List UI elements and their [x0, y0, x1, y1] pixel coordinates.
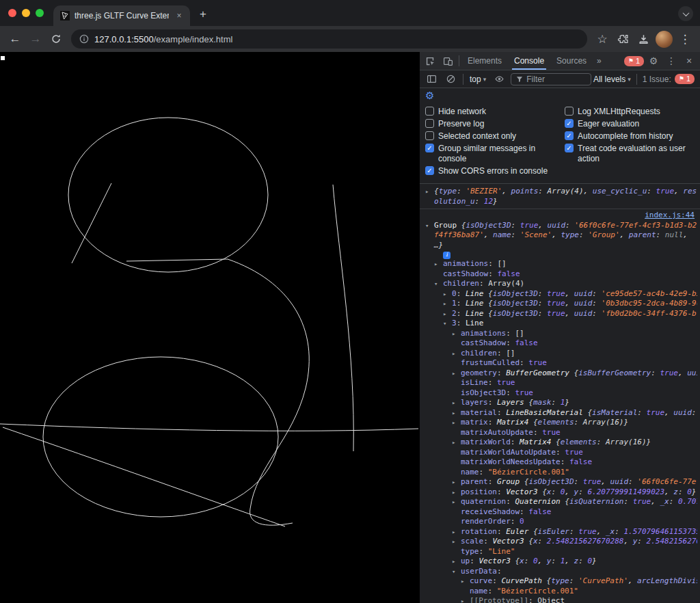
- expander-icon[interactable]: ▸: [452, 329, 461, 339]
- minimize-window-button[interactable]: [22, 9, 30, 17]
- checkbox-checked-icon[interactable]: ✓: [425, 166, 434, 175]
- tab-elements[interactable]: Elements: [461, 52, 508, 70]
- checkbox-checked-icon[interactable]: ✓: [565, 119, 574, 128]
- expander-icon[interactable]: ▾: [452, 567, 461, 577]
- expander-icon[interactable]: ▸: [452, 527, 461, 537]
- console-token: Line: [466, 299, 488, 308]
- expander-icon[interactable]: ▸: [425, 187, 434, 206]
- expander-icon[interactable]: ▸: [461, 596, 470, 603]
- console-token: Group: [434, 221, 461, 230]
- expander-icon[interactable]: ▸: [452, 349, 461, 359]
- expander-icon[interactable]: ▸: [443, 299, 452, 309]
- tab-search-button[interactable]: [678, 6, 693, 21]
- clear-console-button[interactable]: [442, 70, 459, 88]
- fullscreen-window-button[interactable]: [36, 9, 44, 17]
- devtools-menu-button[interactable]: ⋮: [663, 53, 679, 69]
- issues-badge[interactable]: ⚑1: [624, 56, 644, 66]
- console-token: :: [538, 187, 547, 196]
- site-info-icon[interactable]: [79, 34, 89, 44]
- console-token: ,: [601, 477, 610, 486]
- console-token: matrixAutoUpdate: [461, 428, 533, 437]
- console-issues-badge[interactable]: ⚑1: [675, 74, 695, 84]
- console-line: name: "BézierCircle.001": [461, 587, 697, 597]
- expander-icon[interactable]: ▸: [452, 408, 461, 418]
- checkbox-unchecked-icon[interactable]: [425, 119, 434, 128]
- expander-icon[interactable]: ▾: [443, 319, 452, 329]
- console-sidebar-toggle-button[interactable]: [422, 70, 440, 88]
- expander-icon[interactable]: ▸: [461, 576, 470, 587]
- javascript-context-selector[interactable]: top ▾: [467, 75, 489, 84]
- inspect-element-button[interactable]: [421, 52, 439, 70]
- bookmark-star-button[interactable]: ☆: [593, 29, 612, 49]
- tab-console[interactable]: Console: [508, 52, 550, 70]
- downloads-button[interactable]: [634, 29, 653, 49]
- console-token: true: [520, 221, 539, 230]
- expander-icon[interactable]: ▸: [443, 309, 452, 319]
- expander-icon[interactable]: ▸: [452, 418, 461, 428]
- console-settings-gear-icon[interactable]: ⚙: [425, 90, 434, 102]
- devtools-settings-button[interactable]: ⚙: [645, 53, 662, 69]
- console-setting-checkbox[interactable]: Selected context only: [425, 131, 565, 142]
- expander-icon[interactable]: ▸: [452, 557, 461, 567]
- info-icon[interactable]: i: [443, 252, 450, 259]
- checkbox-unchecked-icon[interactable]: [425, 131, 434, 140]
- expander-icon[interactable]: ▸: [452, 477, 461, 487]
- console-setting-checkbox[interactable]: ✓Treat code evaluation as user action: [565, 144, 695, 164]
- console-setting-checkbox[interactable]: ✓Eager evaluation: [565, 119, 695, 129]
- console-setting-checkbox[interactable]: ✓Show CORS errors in console: [425, 166, 565, 176]
- console-setting-checkbox[interactable]: Preserve log: [425, 119, 565, 129]
- new-tab-button[interactable]: +: [194, 5, 212, 23]
- expander-icon[interactable]: ▾: [434, 279, 443, 289]
- console-token: true: [583, 477, 602, 486]
- console-setting-checkbox[interactable]: Hide network: [425, 107, 565, 117]
- expander-icon[interactable]: ▸: [452, 368, 461, 379]
- expander-icon[interactable]: ▸: [452, 487, 461, 498]
- page-viewport[interactable]: [0, 52, 420, 603]
- console-token: }: [493, 197, 498, 206]
- extensions-button[interactable]: [613, 29, 632, 49]
- live-expression-button[interactable]: [490, 70, 508, 88]
- tab-sources[interactable]: Sources: [550, 52, 593, 70]
- checkbox-label: Treat code evaluation as user action: [578, 144, 695, 164]
- console-source-link[interactable]: index.js:44: [645, 211, 695, 219]
- log-levels-dropdown[interactable]: All levels ▾: [593, 75, 631, 84]
- filter-input[interactable]: [526, 75, 587, 84]
- console-token: 'BEZIER': [466, 187, 502, 196]
- console-output[interactable]: ▸{type: 'BEZIER', points: Array(4), use_…: [420, 184, 700, 603]
- console-line: ▸geometry: BufferGeometry {isBufferGeome…: [452, 368, 697, 379]
- threejs-canvas[interactable]: [0, 52, 420, 603]
- expander-icon[interactable]: ▾: [425, 221, 434, 251]
- back-button[interactable]: ←: [5, 29, 25, 49]
- expander-icon[interactable]: ▸: [452, 537, 461, 547]
- checkbox-checked-icon[interactable]: ✓: [425, 144, 434, 152]
- console-token: isObject3D: [493, 289, 538, 298]
- expander-icon[interactable]: ▸: [434, 259, 443, 269]
- expander-icon[interactable]: ▸: [452, 398, 461, 408]
- checkbox-checked-icon[interactable]: ✓: [565, 131, 574, 140]
- browser-tab[interactable]: three.js GLTF Curve Extension ×: [53, 5, 190, 26]
- tab-close-icon[interactable]: ×: [174, 10, 185, 21]
- console-token: ,: [538, 557, 547, 565]
- console-token: isObject3D: [493, 309, 538, 318]
- profile-avatar[interactable]: [656, 31, 673, 48]
- expander-icon[interactable]: ▸: [452, 438, 461, 448]
- reload-button[interactable]: [46, 29, 66, 49]
- checkbox-unchecked-icon[interactable]: [425, 107, 434, 116]
- console-setting-checkbox[interactable]: ✓Autocomplete from history: [565, 131, 695, 142]
- browser-menu-button[interactable]: ⋮: [675, 29, 695, 49]
- checkbox-unchecked-icon[interactable]: [565, 107, 574, 116]
- address-bar[interactable]: 127.0.0.1:5500/example/index.html: [71, 29, 587, 49]
- console-setting-checkbox[interactable]: ✓Group similar messages in console: [425, 144, 565, 164]
- close-window-button[interactable]: [8, 9, 16, 17]
- console-setting-checkbox[interactable]: Log XMLHttpRequests: [565, 107, 695, 117]
- forward-button[interactable]: →: [26, 29, 45, 49]
- device-toolbar-button[interactable]: [439, 52, 457, 70]
- more-tabs-button[interactable]: »: [593, 56, 606, 66]
- checkbox-checked-icon[interactable]: ✓: [565, 144, 574, 152]
- expander-icon[interactable]: ▸: [443, 289, 452, 299]
- checkbox-label: Selected context only: [438, 131, 516, 142]
- console-filter-box[interactable]: [511, 73, 591, 85]
- browser-toolbar: ← → 127.0.0.1:5500/example/index.html ☆ …: [0, 26, 700, 52]
- expander-icon[interactable]: ▸: [452, 497, 461, 507]
- devtools-close-button[interactable]: ×: [681, 53, 697, 69]
